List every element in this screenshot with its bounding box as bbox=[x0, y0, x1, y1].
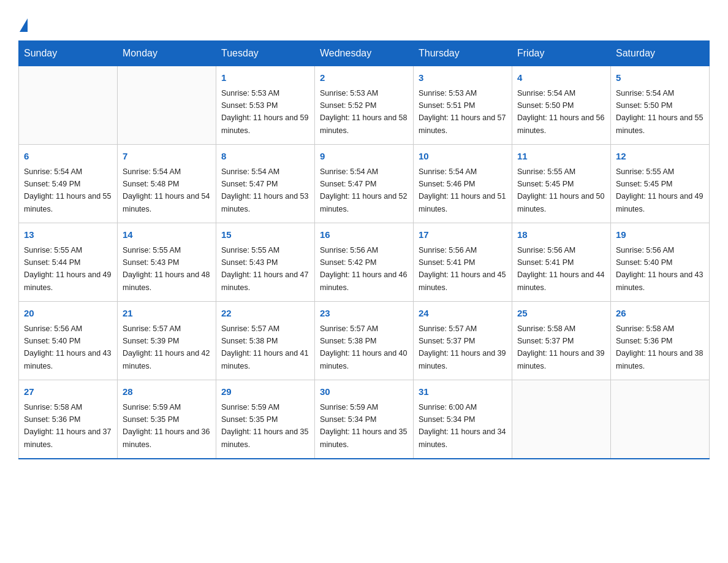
day-number: 22 bbox=[221, 307, 309, 321]
calendar-cell: 7Sunrise: 5:54 AMSunset: 5:48 PMDaylight… bbox=[118, 145, 216, 223]
weekday-header-thursday: Thursday bbox=[414, 41, 512, 66]
day-number: 23 bbox=[320, 307, 408, 321]
day-number: 10 bbox=[419, 150, 507, 164]
sun-info: Sunrise: 5:56 AMSunset: 5:42 PMDaylight:… bbox=[320, 246, 407, 292]
sun-info: Sunrise: 5:59 AMSunset: 5:35 PMDaylight:… bbox=[221, 403, 308, 449]
sun-info: Sunrise: 5:56 AMSunset: 5:40 PMDaylight:… bbox=[616, 246, 703, 292]
sun-info: Sunrise: 5:57 AMSunset: 5:37 PMDaylight:… bbox=[419, 324, 506, 370]
sun-info: Sunrise: 5:55 AMSunset: 5:45 PMDaylight:… bbox=[616, 167, 703, 213]
calendar-cell: 2Sunrise: 5:53 AMSunset: 5:52 PMDaylight… bbox=[315, 66, 414, 145]
day-number: 5 bbox=[616, 71, 704, 85]
day-number: 9 bbox=[320, 150, 408, 164]
day-number: 11 bbox=[517, 150, 605, 164]
calendar-cell: 6Sunrise: 5:54 AMSunset: 5:49 PMDaylight… bbox=[19, 145, 118, 223]
calendar-cell: 22Sunrise: 5:57 AMSunset: 5:38 PMDayligh… bbox=[216, 302, 315, 380]
calendar-cell: 13Sunrise: 5:55 AMSunset: 5:44 PMDayligh… bbox=[19, 223, 118, 302]
calendar-cell: 14Sunrise: 5:55 AMSunset: 5:43 PMDayligh… bbox=[118, 223, 216, 302]
calendar-table: SundayMondayTuesdayWednesdayThursdayFrid… bbox=[18, 40, 710, 459]
calendar-header-row: SundayMondayTuesdayWednesdayThursdayFrid… bbox=[19, 41, 710, 66]
weekday-header-sunday: Sunday bbox=[19, 41, 118, 66]
day-number: 3 bbox=[419, 71, 507, 85]
calendar-cell bbox=[118, 66, 216, 145]
day-number: 20 bbox=[24, 307, 112, 321]
calendar-cell: 18Sunrise: 5:56 AMSunset: 5:41 PMDayligh… bbox=[512, 223, 611, 302]
calendar-cell: 9Sunrise: 5:54 AMSunset: 5:47 PMDaylight… bbox=[315, 145, 414, 223]
sun-info: Sunrise: 5:58 AMSunset: 5:36 PMDaylight:… bbox=[24, 403, 111, 449]
calendar-cell: 19Sunrise: 5:56 AMSunset: 5:40 PMDayligh… bbox=[611, 223, 710, 302]
calendar-week-row: 6Sunrise: 5:54 AMSunset: 5:49 PMDaylight… bbox=[19, 145, 710, 223]
calendar-cell: 25Sunrise: 5:58 AMSunset: 5:37 PMDayligh… bbox=[512, 302, 611, 380]
sun-info: Sunrise: 5:58 AMSunset: 5:37 PMDaylight:… bbox=[517, 324, 604, 370]
sun-info: Sunrise: 5:59 AMSunset: 5:34 PMDaylight:… bbox=[320, 403, 407, 449]
sun-info: Sunrise: 5:55 AMSunset: 5:44 PMDaylight:… bbox=[24, 246, 111, 292]
sun-info: Sunrise: 5:54 AMSunset: 5:50 PMDaylight:… bbox=[517, 89, 604, 135]
logo bbox=[18, 12, 28, 34]
sun-info: Sunrise: 5:56 AMSunset: 5:41 PMDaylight:… bbox=[517, 246, 604, 292]
sun-info: Sunrise: 5:58 AMSunset: 5:36 PMDaylight:… bbox=[616, 324, 703, 370]
calendar-cell: 21Sunrise: 5:57 AMSunset: 5:39 PMDayligh… bbox=[118, 302, 216, 380]
day-number: 30 bbox=[320, 385, 408, 399]
page-header bbox=[18, 12, 710, 34]
day-number: 8 bbox=[221, 150, 309, 164]
calendar-cell: 16Sunrise: 5:56 AMSunset: 5:42 PMDayligh… bbox=[315, 223, 414, 302]
day-number: 25 bbox=[517, 307, 605, 321]
calendar-cell bbox=[512, 380, 611, 459]
calendar-week-row: 13Sunrise: 5:55 AMSunset: 5:44 PMDayligh… bbox=[19, 223, 710, 302]
day-number: 6 bbox=[24, 150, 112, 164]
sun-info: Sunrise: 5:55 AMSunset: 5:45 PMDaylight:… bbox=[517, 167, 604, 213]
weekday-header-tuesday: Tuesday bbox=[216, 41, 315, 66]
day-number: 12 bbox=[616, 150, 704, 164]
calendar-week-row: 27Sunrise: 5:58 AMSunset: 5:36 PMDayligh… bbox=[19, 380, 710, 459]
weekday-header-monday: Monday bbox=[118, 41, 216, 66]
day-number: 13 bbox=[24, 228, 112, 242]
day-number: 31 bbox=[419, 385, 507, 399]
sun-info: Sunrise: 6:00 AMSunset: 5:34 PMDaylight:… bbox=[419, 403, 506, 449]
sun-info: Sunrise: 5:56 AMSunset: 5:40 PMDaylight:… bbox=[24, 324, 111, 370]
sun-info: Sunrise: 5:59 AMSunset: 5:35 PMDaylight:… bbox=[123, 403, 210, 449]
day-number: 4 bbox=[517, 71, 605, 85]
calendar-cell: 29Sunrise: 5:59 AMSunset: 5:35 PMDayligh… bbox=[216, 380, 315, 459]
calendar-cell: 26Sunrise: 5:58 AMSunset: 5:36 PMDayligh… bbox=[611, 302, 710, 380]
day-number: 24 bbox=[419, 307, 507, 321]
day-number: 1 bbox=[221, 71, 309, 85]
day-number: 15 bbox=[221, 228, 309, 242]
sun-info: Sunrise: 5:57 AMSunset: 5:39 PMDaylight:… bbox=[123, 324, 210, 370]
sun-info: Sunrise: 5:54 AMSunset: 5:49 PMDaylight:… bbox=[24, 167, 111, 213]
calendar-cell: 5Sunrise: 5:54 AMSunset: 5:50 PMDaylight… bbox=[611, 66, 710, 145]
sun-info: Sunrise: 5:55 AMSunset: 5:43 PMDaylight:… bbox=[221, 246, 308, 292]
sun-info: Sunrise: 5:53 AMSunset: 5:53 PMDaylight:… bbox=[221, 89, 308, 135]
calendar-cell: 23Sunrise: 5:57 AMSunset: 5:38 PMDayligh… bbox=[315, 302, 414, 380]
sun-info: Sunrise: 5:54 AMSunset: 5:50 PMDaylight:… bbox=[616, 89, 703, 135]
day-number: 14 bbox=[123, 228, 211, 242]
day-number: 17 bbox=[419, 228, 507, 242]
day-number: 18 bbox=[517, 228, 605, 242]
sun-info: Sunrise: 5:55 AMSunset: 5:43 PMDaylight:… bbox=[123, 246, 210, 292]
sun-info: Sunrise: 5:54 AMSunset: 5:47 PMDaylight:… bbox=[221, 167, 308, 213]
sun-info: Sunrise: 5:53 AMSunset: 5:52 PMDaylight:… bbox=[320, 89, 407, 135]
day-number: 7 bbox=[123, 150, 211, 164]
sun-info: Sunrise: 5:57 AMSunset: 5:38 PMDaylight:… bbox=[221, 324, 308, 370]
day-number: 28 bbox=[123, 385, 211, 399]
sun-info: Sunrise: 5:54 AMSunset: 5:48 PMDaylight:… bbox=[123, 167, 210, 213]
calendar-cell bbox=[19, 66, 118, 145]
logo-triangle-icon bbox=[20, 18, 28, 32]
calendar-cell: 8Sunrise: 5:54 AMSunset: 5:47 PMDaylight… bbox=[216, 145, 315, 223]
sun-info: Sunrise: 5:54 AMSunset: 5:47 PMDaylight:… bbox=[320, 167, 407, 213]
day-number: 26 bbox=[616, 307, 704, 321]
calendar-cell: 24Sunrise: 5:57 AMSunset: 5:37 PMDayligh… bbox=[414, 302, 512, 380]
calendar-cell: 15Sunrise: 5:55 AMSunset: 5:43 PMDayligh… bbox=[216, 223, 315, 302]
day-number: 29 bbox=[221, 385, 309, 399]
calendar-cell bbox=[611, 380, 710, 459]
calendar-cell: 10Sunrise: 5:54 AMSunset: 5:46 PMDayligh… bbox=[414, 145, 512, 223]
calendar-week-row: 1Sunrise: 5:53 AMSunset: 5:53 PMDaylight… bbox=[19, 66, 710, 145]
sun-info: Sunrise: 5:57 AMSunset: 5:38 PMDaylight:… bbox=[320, 324, 407, 370]
day-number: 16 bbox=[320, 228, 408, 242]
calendar-cell: 11Sunrise: 5:55 AMSunset: 5:45 PMDayligh… bbox=[512, 145, 611, 223]
sun-info: Sunrise: 5:56 AMSunset: 5:41 PMDaylight:… bbox=[419, 246, 506, 292]
calendar-cell: 27Sunrise: 5:58 AMSunset: 5:36 PMDayligh… bbox=[19, 380, 118, 459]
day-number: 21 bbox=[123, 307, 211, 321]
weekday-header-wednesday: Wednesday bbox=[315, 41, 414, 66]
calendar-cell: 12Sunrise: 5:55 AMSunset: 5:45 PMDayligh… bbox=[611, 145, 710, 223]
day-number: 19 bbox=[616, 228, 704, 242]
calendar-cell: 3Sunrise: 5:53 AMSunset: 5:51 PMDaylight… bbox=[414, 66, 512, 145]
